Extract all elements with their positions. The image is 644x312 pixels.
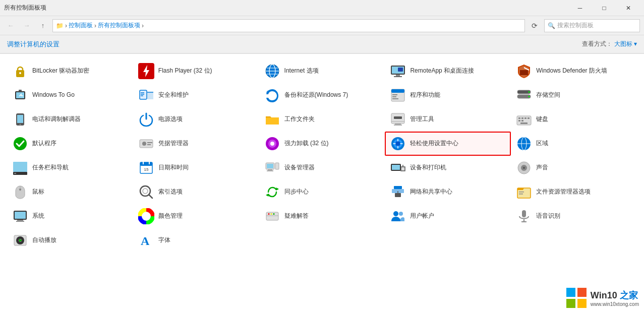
- svg-line-79: [149, 195, 152, 198]
- maximize-button[interactable]: □: [593, 0, 616, 16]
- grid-item-taskbar[interactable]: 任务栏和导航: [7, 156, 133, 180]
- grid-item-color[interactable]: 颜色管理: [133, 204, 259, 228]
- workfolder-icon: [264, 111, 280, 128]
- programs-icon: [390, 87, 406, 103]
- grid-item-ease[interactable]: 轻松使用设置中心: [385, 132, 511, 156]
- address-path[interactable]: 📁 › 控制面板 › 所有控制面板项 ›: [52, 19, 525, 32]
- svg-rect-36: [394, 124, 402, 126]
- grid-item-keyboard[interactable]: 键盘: [511, 107, 637, 132]
- forward-button[interactable]: →: [20, 19, 33, 32]
- grid-item-securitymaint[interactable]: 安全和维护: [133, 83, 259, 107]
- indexing-icon: [138, 184, 154, 200]
- grid-item-power[interactable]: 电源选项: [133, 107, 259, 132]
- windowstogo-icon: [12, 87, 28, 103]
- ease-label: 轻松使用设置中心: [410, 140, 458, 148]
- grid-item-phone[interactable]: 电话和调制解调器: [7, 107, 133, 132]
- users-icon: [390, 208, 406, 224]
- grid-item-sound[interactable]: 声音: [511, 156, 637, 180]
- admintools-label: 管理工具: [410, 115, 434, 123]
- grid-item-troubleshoot[interactable]: 疑难解答: [259, 204, 385, 228]
- devices-label: 设备和打印机: [410, 164, 446, 172]
- power-icon: [138, 111, 154, 128]
- svg-rect-110: [566, 288, 575, 297]
- grid-item-default[interactable]: 默认程序: [7, 132, 133, 156]
- svg-point-27: [529, 91, 530, 93]
- storage-icon: [516, 87, 532, 103]
- grid-item-workfolder[interactable]: 工作文件夹: [259, 107, 385, 132]
- securitymaint-icon: [138, 87, 154, 103]
- power-label: 电源选项: [158, 115, 183, 123]
- grid-item-system[interactable]: 系统: [7, 204, 133, 228]
- grid-item-autoplay[interactable]: 自动播放: [7, 228, 133, 253]
- grid-item-devices[interactable]: 设备和打印机: [385, 156, 511, 180]
- grid-item-devicemgr[interactable]: 设备管理器: [259, 156, 385, 180]
- troubleshoot-label: 疑难解答: [284, 212, 309, 220]
- programs-label: 程序和功能: [410, 91, 440, 99]
- autoplay-icon: [12, 232, 28, 248]
- fileexplorer-icon: [516, 184, 532, 200]
- back-button[interactable]: ←: [4, 19, 17, 32]
- grid-item-flash[interactable]: Flash Player (32 位): [133, 59, 259, 83]
- path-control-panel[interactable]: 控制面板: [69, 21, 93, 30]
- svg-rect-70: [275, 163, 279, 169]
- grid-item-programs[interactable]: 程序和功能: [385, 83, 511, 107]
- backup-icon: [264, 87, 280, 103]
- devices-icon: [390, 160, 406, 176]
- path-all-items[interactable]: 所有控制面板项: [98, 21, 140, 30]
- grid-item-font[interactable]: A字体: [133, 228, 259, 253]
- grid-item-datetime[interactable]: 15日期和时间: [133, 156, 259, 180]
- svg-point-101: [399, 212, 403, 216]
- grid-item-storage[interactable]: 存储空间: [511, 83, 637, 107]
- region-icon: [516, 136, 532, 152]
- network-label: 网络和共享中心: [410, 188, 452, 196]
- grid-item-bitlocker[interactable]: BitLocker 驱动器加密: [7, 59, 133, 83]
- mouse-icon: [12, 184, 28, 200]
- admintools-icon: [390, 111, 406, 128]
- grid-item-windowstogo[interactable]: Windows To Go: [7, 83, 133, 107]
- grid-item-credential[interactable]: 凭据管理器: [133, 132, 259, 156]
- indexing-label: 索引选项: [158, 188, 183, 196]
- path-icon: 📁: [56, 22, 64, 29]
- font-label: 字体: [158, 236, 170, 244]
- grid-item-speech[interactable]: 语音识别: [511, 204, 637, 228]
- grid-item-admintools[interactable]: 管理工具: [385, 107, 511, 132]
- svg-rect-95: [266, 212, 278, 220]
- grid-item-remoteapp[interactable]: RemoteApp 和桌面连接: [385, 59, 511, 83]
- svg-rect-44: [521, 120, 523, 121]
- grid-item-backup[interactable]: 备份和还原(Windows 7): [259, 83, 385, 107]
- svg-text:15: 15: [144, 167, 148, 172]
- grid-item-indexing[interactable]: 索引选项: [133, 180, 259, 204]
- svg-rect-22: [392, 94, 397, 95]
- grid-item-uninstall[interactable]: 强力卸载 (32 位): [259, 132, 385, 156]
- grid-item-defender[interactable]: Windows Defender 防火墙: [511, 59, 637, 83]
- svg-point-77: [19, 189, 21, 191]
- devicemgr-label: 设备管理器: [284, 164, 315, 172]
- devicemgr-icon: [264, 160, 280, 176]
- grid-item-network[interactable]: 网络和共享中心: [385, 180, 511, 204]
- up-button[interactable]: ↑: [36, 19, 49, 32]
- grid-item-fileexplorer[interactable]: 文件资源管理器选项: [511, 180, 637, 204]
- svg-rect-60: [14, 173, 16, 174]
- grid-item-users[interactable]: 用户帐户: [385, 204, 511, 228]
- svg-rect-67: [267, 164, 273, 168]
- svg-rect-39: [518, 117, 520, 119]
- grid-item-region[interactable]: 区域: [511, 132, 637, 156]
- page-title[interactable]: 调整计算机的设置: [7, 40, 60, 49]
- search-box[interactable]: 🔍 搜索控制面板: [544, 19, 640, 32]
- view-mode-dropdown[interactable]: 大图标 ▾: [614, 40, 637, 48]
- svg-rect-93: [16, 221, 24, 222]
- bitlocker-label: BitLocker 驱动器加密: [32, 67, 89, 75]
- svg-rect-30: [17, 115, 23, 123]
- grid-item-internet[interactable]: Internet 选项: [259, 59, 385, 83]
- close-button[interactable]: ✕: [617, 0, 640, 16]
- minimize-button[interactable]: ─: [568, 0, 592, 16]
- svg-rect-14: [520, 70, 528, 75]
- grid-item-sync[interactable]: 同步中心: [259, 180, 385, 204]
- svg-rect-91: [15, 212, 26, 219]
- refresh-button[interactable]: ⟳: [528, 19, 541, 32]
- workfolder-label: 工作文件夹: [284, 115, 315, 123]
- svg-point-99: [273, 213, 274, 215]
- grid-item-mouse[interactable]: 鼠标: [7, 180, 133, 204]
- internet-label: Internet 选项: [284, 67, 319, 75]
- uninstall-label: 强力卸载 (32 位): [284, 140, 329, 148]
